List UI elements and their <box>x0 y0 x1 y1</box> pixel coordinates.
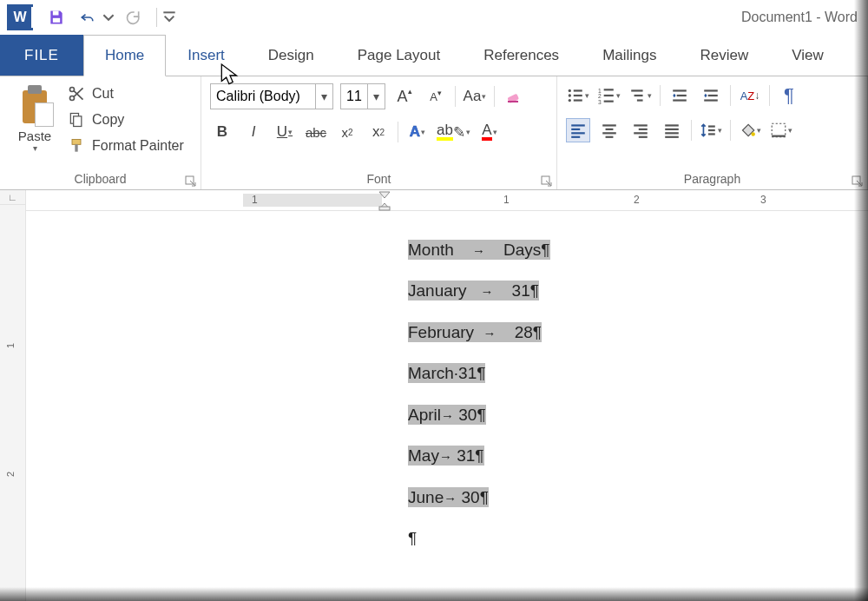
copy-button[interactable]: Copy <box>68 111 184 129</box>
shading-button[interactable]: ▾ <box>738 118 762 142</box>
justify-icon <box>663 122 681 139</box>
cell: April <box>408 406 441 424</box>
svg-rect-42 <box>639 129 648 130</box>
ribbon: Paste ▾ Cut Copy Format Painter Clipboar… <box>0 76 868 190</box>
format-painter-label: Format Painter <box>92 138 184 154</box>
justify-button[interactable] <box>660 118 684 142</box>
cell: 30 <box>461 488 479 506</box>
scissors-icon <box>68 85 85 102</box>
svg-rect-13 <box>574 89 582 91</box>
redo-button[interactable] <box>120 4 146 30</box>
cut-button[interactable]: Cut <box>68 85 184 102</box>
svg-point-52 <box>751 132 754 135</box>
superscript-button[interactable]: x2 <box>366 120 391 144</box>
decrease-indent-button[interactable] <box>667 83 692 108</box>
svg-rect-0 <box>53 11 59 16</box>
bold-button[interactable]: B <box>210 120 234 144</box>
cell: May <box>408 446 439 465</box>
paintbrush-icon <box>68 137 85 155</box>
font-name-input[interactable] <box>211 84 315 109</box>
multilevel-icon <box>629 87 647 104</box>
svg-rect-19 <box>604 89 614 90</box>
highlight-button[interactable]: ab✎▾ <box>437 120 470 144</box>
cell: March <box>408 364 454 382</box>
svg-rect-33 <box>571 124 585 126</box>
vertical-ruler[interactable]: ∟ 1 2 <box>0 190 26 601</box>
tab-page-layout[interactable]: Page Layout <box>336 35 462 76</box>
format-painter-button[interactable]: Format Painter <box>68 137 184 155</box>
svg-rect-25 <box>635 95 643 96</box>
horizontal-ruler[interactable]: 1 1 2 3 <box>26 190 868 211</box>
tab-mailings[interactable]: Mailings <box>581 35 678 76</box>
font-name-combo[interactable]: ▾ <box>210 83 333 109</box>
paste-label: Paste <box>18 129 51 143</box>
word-logo-icon: W <box>7 4 33 30</box>
grow-font-button[interactable]: A▴ <box>392 84 417 109</box>
group-title-font: Font <box>366 172 391 186</box>
customize-qat-button[interactable] <box>162 4 176 30</box>
window-title: Document1 - Word <box>741 10 861 25</box>
title-bar: W Document1 - Word <box>0 0 868 35</box>
bullets-icon <box>567 87 584 104</box>
shrink-font-button[interactable]: A▾ <box>424 84 448 109</box>
align-right-icon <box>632 122 649 139</box>
svg-rect-28 <box>677 95 687 96</box>
svg-rect-27 <box>673 89 687 91</box>
indent-marker-icon[interactable] <box>378 190 391 211</box>
show-hide-button[interactable]: ¶ <box>777 83 801 108</box>
ribbon-tabstrip: FILE Home Insert Design Page Layout Refe… <box>0 35 868 76</box>
italic-button[interactable]: I <box>241 120 266 144</box>
svg-text:3: 3 <box>598 99 602 104</box>
align-center-button[interactable] <box>597 118 621 142</box>
tab-design[interactable]: Design <box>247 35 336 76</box>
sort-button[interactable]: AZ↓ <box>738 83 762 108</box>
undo-button[interactable] <box>75 4 101 30</box>
text-effects-button[interactable]: A▾ <box>405 120 430 144</box>
paste-button[interactable]: Paste ▾ <box>9 82 61 168</box>
cut-label: Cut <box>92 86 114 102</box>
group-font: ▾ ▾ A▴ A▾ Aa▾ B I U▾ abc x2 <box>201 76 557 189</box>
underline-button[interactable]: U▾ <box>273 120 297 144</box>
clipboard-dialog-launcher[interactable] <box>185 175 197 188</box>
paragraph-mark: ¶ <box>408 529 417 547</box>
change-case-button[interactable]: Aa▾ <box>463 84 487 109</box>
strikethrough-button[interactable]: abc <box>304 120 328 144</box>
cell: 28 <box>515 323 533 341</box>
font-color-button[interactable]: A▾ <box>477 120 502 144</box>
svg-rect-35 <box>571 132 585 134</box>
svg-rect-17 <box>574 99 582 101</box>
tab-review[interactable]: Review <box>678 35 770 76</box>
increase-indent-button[interactable] <box>699 83 723 108</box>
font-size-input[interactable] <box>341 84 367 109</box>
svg-rect-40 <box>606 136 614 138</box>
ruler-mark: 1 <box>503 194 510 206</box>
align-left-button[interactable] <box>566 118 590 142</box>
chevron-down-icon[interactable]: ▾ <box>315 84 332 109</box>
tab-references[interactable]: References <box>462 35 581 76</box>
tab-view[interactable]: View <box>770 35 845 76</box>
cell: Month <box>408 241 454 259</box>
copy-label: Copy <box>92 112 124 128</box>
font-size-combo[interactable]: ▾ <box>340 83 385 109</box>
bullets-button[interactable]: ▾ <box>566 83 590 108</box>
borders-button[interactable]: ▾ <box>769 118 793 142</box>
document-text[interactable]: Month → Days¶ January → 31¶ February → 2… <box>408 237 550 567</box>
tab-home[interactable]: Home <box>83 35 166 76</box>
tab-selector[interactable]: ∟ <box>0 190 25 205</box>
font-dialog-launcher[interactable] <box>541 175 553 188</box>
tab-file[interactable]: FILE <box>0 35 83 76</box>
save-button[interactable] <box>43 4 69 30</box>
multilevel-list-button[interactable]: ▾ <box>628 83 653 108</box>
clear-formatting-button[interactable] <box>502 84 526 109</box>
line-spacing-button[interactable]: ▾ <box>699 118 723 142</box>
subscript-button[interactable]: x2 <box>335 120 359 144</box>
numbering-button[interactable]: 123▾ <box>597 83 621 108</box>
undo-more-button[interactable] <box>102 4 115 30</box>
document-canvas[interactable]: Month → Days¶ January → 31¶ February → 2… <box>26 211 868 601</box>
chevron-down-icon[interactable]: ▾ <box>367 84 385 109</box>
tab-insert[interactable]: Insert <box>166 35 247 76</box>
align-right-button[interactable] <box>628 118 653 142</box>
svg-point-16 <box>569 99 571 102</box>
align-center-icon <box>601 122 618 139</box>
svg-point-14 <box>569 94 571 96</box>
